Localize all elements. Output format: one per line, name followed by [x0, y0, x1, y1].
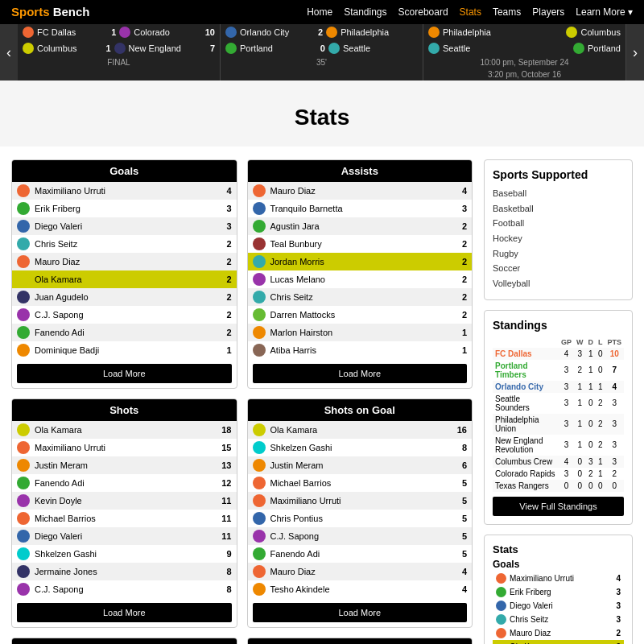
list-item: Mauro Diaz2 [493, 626, 624, 640]
score-footer: FINAL [18, 56, 220, 68]
team-name: Philadelphia [443, 27, 491, 37]
goals-load-more[interactable]: Load More [17, 364, 232, 383]
team-name: New England Revolution [493, 435, 559, 456]
list-item: Kevin Doyle11 [12, 492, 237, 510]
opp-name: New England [129, 43, 181, 53]
standings-section: Standings GP W D L PTS FC Dallas431010 P… [484, 310, 633, 525]
next-arrow[interactable]: › [626, 24, 644, 80]
player-badge [17, 255, 30, 268]
list-item: Chris Pontius5 [248, 510, 473, 527]
list-item: C.J. Sapong5 [248, 527, 473, 545]
list-item: Ola Kamara2 [493, 640, 624, 644]
opp-badge [119, 27, 130, 38]
team-name: Philadelphia Union [493, 414, 559, 435]
sport-item: Baseball [493, 186, 624, 201]
score-home: 2 [318, 27, 323, 37]
list-item: Tesho Akindele4 [248, 580, 473, 598]
team-name: Orlando City [493, 381, 559, 393]
nav-scoreboard[interactable]: Scoreboard [398, 6, 448, 18]
score-row: Orlando City 2 Philadelphia [221, 24, 423, 40]
standings-header-d: D [585, 336, 596, 348]
opp-name: Philadelphia [341, 27, 389, 37]
player-badge [17, 459, 30, 472]
score-row: FC Dallas 1 Colorado 10 [18, 24, 220, 40]
gp: 4 [559, 348, 574, 360]
list-item: Michael Barrios11 [12, 510, 237, 527]
team-badge [23, 43, 34, 54]
stats-grid: Goals Maximiliano Urruti4 Erik Friberg3 … [11, 159, 473, 644]
player-badge [253, 291, 266, 303]
nav-standings[interactable]: Standings [344, 6, 386, 18]
fouls-card: Fouls Carlos Gruezo11 Nicolai Naess10 Lo… [11, 638, 237, 644]
shots-on-goal-title: Shots on Goal [248, 399, 473, 421]
score-row: Columbus 1 New England 7 [18, 40, 220, 56]
opp-name: Columbus [580, 27, 621, 37]
standings-title: Standings [493, 319, 624, 332]
team-name: Orlando City [240, 27, 289, 37]
assists-title: Assists [248, 160, 473, 182]
list-item: Maximiliano Urruti15 [12, 439, 237, 456]
player-badge [253, 494, 266, 507]
shots-load-more[interactable]: Load More [17, 603, 232, 622]
table-row: Seattle Sounders31023 [493, 393, 624, 414]
player-badge [253, 441, 266, 454]
standings-header-l: L [596, 336, 605, 348]
player-badge [17, 308, 30, 321]
player-badge [496, 601, 506, 611]
player-badge [17, 423, 30, 436]
player-badge [17, 583, 30, 596]
standings-header-team [493, 336, 559, 348]
main-content: Goals Maximiliano Urruti4 Erik Friberg3 … [0, 147, 644, 644]
score-home: 0 [320, 43, 325, 53]
assists-load-more[interactable]: Load More [253, 364, 468, 383]
table-row: Orlando City31114 [493, 381, 624, 393]
stats-left: Goals Maximiliano Urruti4 Erik Friberg3 … [11, 159, 473, 644]
table-row: Columbus Crew40313 [493, 456, 624, 468]
d: 1 [585, 348, 596, 360]
list-item: Ola Kamara2 [12, 270, 237, 288]
standings-header-pts: PTS [605, 336, 624, 348]
standings-table: GP W D L PTS FC Dallas431010 Portland Ti… [493, 336, 624, 492]
nav-teams[interactable]: Teams [493, 6, 521, 18]
table-row: New England Revolution31023 [493, 435, 624, 456]
nav-learn-more[interactable]: Learn More ▾ [576, 6, 633, 18]
list-item: Marlon Hairston1 [248, 324, 473, 341]
score-row: Philadelphia Columbus [423, 24, 625, 40]
shots-on-goal-load-more[interactable]: Load More [253, 603, 468, 622]
sports-supported-section: Sports Supported Baseball Basketball Foo… [484, 159, 633, 300]
player-badge [496, 614, 506, 625]
score-group-2: Orlando City 2 Philadelphia Portland 0 S… [221, 24, 423, 80]
nav-logo: Sports Bench [11, 5, 90, 19]
right-stats-title: Stats [493, 543, 624, 555]
player-badge [17, 477, 30, 489]
list-item: Shkelzen Gashi9 [12, 545, 237, 563]
nav-home[interactable]: Home [307, 6, 332, 18]
sport-item: Football [493, 216, 624, 231]
team-badge [428, 43, 440, 54]
list-item: Maximiliano Urruti5 [248, 492, 473, 510]
list-item: Chris Seitz2 [248, 288, 473, 306]
opp-badge [573, 43, 584, 54]
view-standings-button[interactable]: View Full Standings [493, 497, 624, 516]
opp-name: Seattle [343, 43, 370, 53]
fouls-suffered-title: Fouls Suffered [248, 638, 473, 644]
sports-supported-title: Sports Supported [493, 168, 624, 181]
navbar: Sports Bench Home Standings Scoreboard S… [0, 0, 644, 24]
list-item: Erik Friberg3 [493, 585, 624, 599]
l: 0 [596, 348, 605, 360]
fouls-title: Fouls [12, 638, 237, 644]
table-row: Texas Rangers00000 [493, 480, 624, 492]
list-item: Justin Meram6 [248, 456, 473, 474]
list-item: Shkelzen Gashi8 [248, 439, 473, 456]
prev-arrow[interactable]: ‹ [0, 24, 18, 80]
player-badge [253, 255, 266, 268]
score-home: 1 [105, 43, 110, 53]
player-badge [253, 237, 266, 250]
score-away: 10 [205, 27, 215, 37]
player-badge [17, 273, 30, 286]
sport-item: Soccer [493, 261, 624, 276]
sport-item: Rugby [493, 246, 624, 262]
nav-players[interactable]: Players [532, 6, 564, 18]
player-badge [253, 326, 266, 339]
nav-stats[interactable]: Stats [460, 6, 481, 18]
